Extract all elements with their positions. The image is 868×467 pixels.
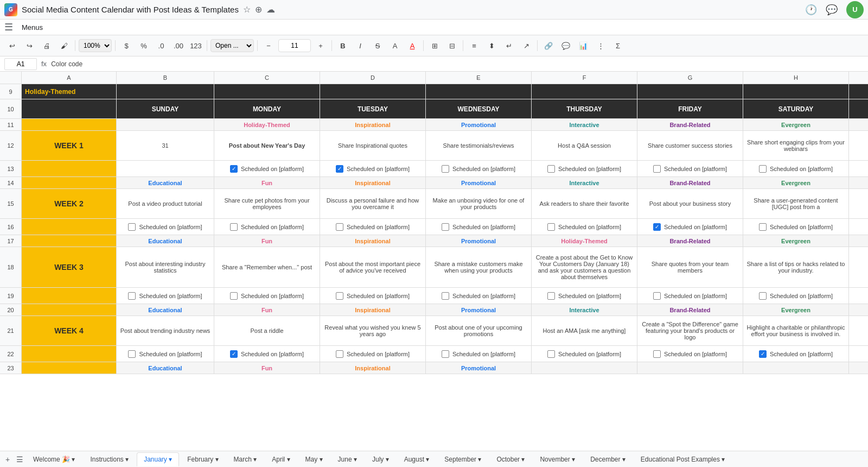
- menus-label[interactable]: Menus: [17, 22, 47, 33]
- format-number-button[interactable]: 123: [188, 38, 203, 53]
- link-button[interactable]: 🔗: [541, 38, 556, 53]
- cell-c12[interactable]: Post about New Year's Day: [214, 131, 320, 160]
- checkbox-c19[interactable]: [230, 292, 238, 300]
- cell-c22[interactable]: ✓Scheduled on [platform]: [214, 346, 320, 362]
- tab-february[interactable]: February ▾: [180, 452, 225, 466]
- font-select[interactable]: Open ...: [210, 39, 254, 52]
- decimal-dec-button[interactable]: .0: [154, 38, 169, 53]
- cell-d12[interactable]: Share Inspirational quotes: [320, 131, 426, 160]
- checkbox-g19[interactable]: [653, 292, 661, 300]
- tab-may[interactable]: May ▾: [298, 452, 330, 466]
- print-button[interactable]: 🖨: [39, 38, 54, 53]
- function-button[interactable]: Σ: [610, 38, 626, 53]
- cloud-icon[interactable]: ☁: [266, 4, 275, 15]
- checkbox-e19[interactable]: [442, 292, 449, 300]
- checkbox-h22[interactable]: ✓: [759, 350, 767, 358]
- cell-e21[interactable]: Post about one of your upcoming promotio…: [426, 316, 532, 345]
- cell-h12[interactable]: Share short engaging clips from your web…: [743, 131, 849, 160]
- chart-button[interactable]: 📊: [576, 38, 591, 53]
- checkbox-e16[interactable]: [442, 223, 449, 231]
- cell-h13[interactable]: Scheduled on [platform]: [743, 161, 849, 176]
- cell-d19[interactable]: Scheduled on [platform]: [320, 288, 426, 304]
- checkbox-g16[interactable]: ✓: [653, 223, 661, 231]
- font-size-inc-button[interactable]: +: [313, 38, 328, 53]
- cell-f22[interactable]: Scheduled on [platform]: [532, 346, 637, 362]
- col-header-f[interactable]: F: [532, 72, 637, 84]
- col-header-c[interactable]: C: [214, 72, 320, 84]
- checkbox-d22[interactable]: [336, 350, 343, 358]
- checkbox-c16[interactable]: [230, 223, 238, 231]
- star-icon[interactable]: ☆: [243, 4, 251, 15]
- checkbox-e22[interactable]: [442, 350, 449, 358]
- col-header-g[interactable]: G: [637, 72, 743, 84]
- cell-c15[interactable]: Share cute pet photos from your employee…: [214, 189, 320, 218]
- checkbox-c13[interactable]: ✓: [230, 165, 238, 173]
- cell-b9[interactable]: [117, 84, 214, 99]
- cell-g21[interactable]: Create a "Spot the Difference" game feat…: [637, 316, 743, 345]
- merge-button[interactable]: ⊟: [444, 38, 459, 53]
- cell-g22[interactable]: Scheduled on [platform]: [637, 346, 743, 362]
- checkbox-e13[interactable]: [442, 165, 449, 173]
- cell-e18[interactable]: Share a mistake customers make when usin…: [426, 247, 532, 287]
- checkbox-f13[interactable]: [547, 165, 555, 173]
- menus-icon[interactable]: ☰: [4, 21, 13, 33]
- tab-january[interactable]: January ▾: [137, 452, 179, 466]
- cell-d22[interactable]: Scheduled on [platform]: [320, 346, 426, 362]
- cell-e22[interactable]: Scheduled on [platform]: [426, 346, 532, 362]
- cell-h18[interactable]: Share a list of tips or hacks related to…: [743, 247, 849, 287]
- cell-b12[interactable]: 31: [117, 131, 214, 160]
- comment-button[interactable]: 💬: [558, 38, 573, 53]
- cell-a9[interactable]: Holiday-Themed: [22, 84, 117, 99]
- cell-i12[interactable]: [849, 131, 868, 160]
- cell-h16[interactable]: Scheduled on [platform]: [743, 219, 849, 235]
- highlight-color-button[interactable]: A: [405, 38, 420, 53]
- tab-educational[interactable]: Educational Post Examples ▾: [634, 452, 732, 466]
- cell-f12[interactable]: Host a Q&A session: [532, 131, 637, 160]
- cell-e16[interactable]: Scheduled on [platform]: [426, 219, 532, 235]
- checkbox-d16[interactable]: [336, 223, 343, 231]
- cell-h22[interactable]: ✓Scheduled on [platform]: [743, 346, 849, 362]
- checkbox-b22[interactable]: [128, 350, 136, 358]
- sheet-list-button[interactable]: ☰: [14, 453, 25, 465]
- font-size-dec-button[interactable]: −: [261, 38, 276, 53]
- redo-button[interactable]: ↪: [22, 38, 37, 53]
- col-header-i[interactable]: I: [849, 72, 868, 84]
- cell-g15[interactable]: Post about your business story: [637, 189, 743, 218]
- cell-d13[interactable]: ✓Scheduled on [platform]: [320, 161, 426, 176]
- percent-button[interactable]: %: [136, 38, 151, 53]
- cell-c19[interactable]: Scheduled on [platform]: [214, 288, 320, 304]
- decimal-inc-button[interactable]: .00: [171, 38, 186, 53]
- cell-d18[interactable]: Post about the most important piece of a…: [320, 247, 426, 287]
- cell-f9[interactable]: [532, 84, 637, 99]
- share-icon[interactable]: ⊕: [255, 4, 262, 15]
- tab-welcome[interactable]: Welcome 🎉 ▾: [26, 452, 82, 466]
- checkbox-c22[interactable]: ✓: [230, 350, 238, 358]
- tab-october[interactable]: October ▾: [489, 452, 532, 466]
- tab-april[interactable]: April ▾: [265, 452, 297, 466]
- tab-march[interactable]: March ▾: [227, 452, 264, 466]
- cell-b21[interactable]: Post about trending industry news: [117, 316, 214, 345]
- cell-c13[interactable]: ✓Scheduled on [platform]: [214, 161, 320, 176]
- col-header-h[interactable]: H: [743, 72, 849, 84]
- checkbox-b16[interactable]: [128, 223, 136, 231]
- currency-button[interactable]: $: [119, 38, 134, 53]
- checkbox-g13[interactable]: [653, 165, 661, 173]
- filter-button[interactable]: ⋮: [593, 38, 608, 53]
- cell-e15[interactable]: Make an unboxing video for one of your p…: [426, 189, 532, 218]
- col-header-b[interactable]: B: [117, 72, 214, 84]
- cell-e9[interactable]: [426, 84, 532, 99]
- cell-h21[interactable]: Highlight a charitable or philanthropic …: [743, 316, 849, 345]
- cell-b22[interactable]: Scheduled on [platform]: [117, 346, 214, 362]
- cell-i18[interactable]: [849, 247, 868, 287]
- comment-icon[interactable]: 💬: [826, 4, 838, 16]
- cell-f18[interactable]: Create a post about the Get to Know Your…: [532, 247, 637, 287]
- tab-september[interactable]: September ▾: [437, 452, 488, 466]
- cell-b16[interactable]: Scheduled on [platform]: [117, 219, 214, 235]
- checkbox-h13[interactable]: [759, 165, 767, 173]
- cell-f15[interactable]: Ask readers to share their favorite: [532, 189, 637, 218]
- col-header-d[interactable]: D: [320, 72, 426, 84]
- cell-d16[interactable]: Scheduled on [platform]: [320, 219, 426, 235]
- tab-june[interactable]: June ▾: [331, 452, 364, 466]
- cell-e13[interactable]: Scheduled on [platform]: [426, 161, 532, 176]
- strikethrough-button[interactable]: S: [370, 38, 385, 53]
